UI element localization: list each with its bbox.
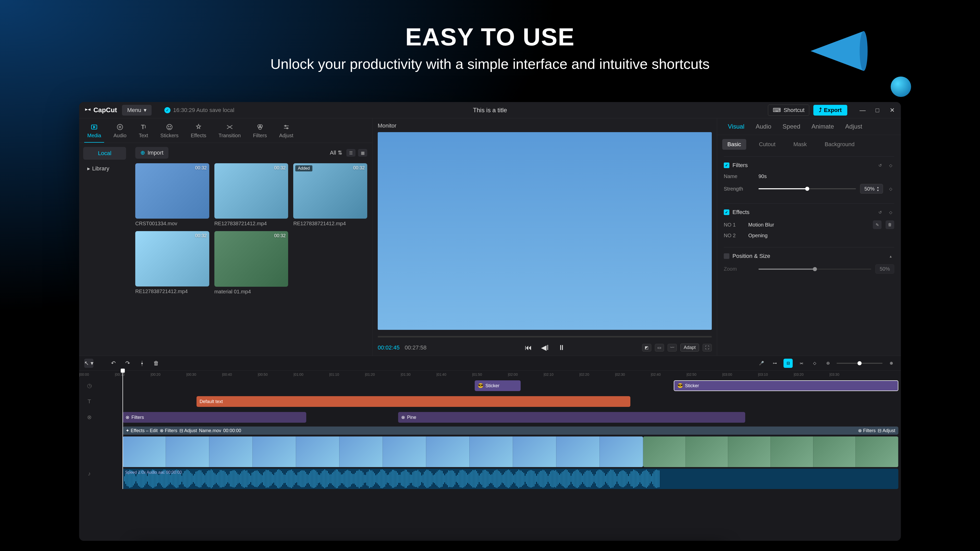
shortcut-button[interactable]: ⌨ Shortcut [768, 105, 809, 116]
marker-button[interactable]: ◇ [810, 359, 819, 368]
section-effects: ✓ Effects ↺ ◇ NO 1 Motion Blur ✎ 🗑 [724, 203, 894, 247]
adapt-button[interactable]: Adapt [680, 344, 699, 351]
filter-clip[interactable]: ⊗ Filters [123, 412, 306, 423]
effects-checkbox[interactable]: ✓ [724, 210, 729, 215]
view-list-button[interactable]: ☰ [346, 149, 355, 157]
filter-track[interactable]: ⊗ ⊗ Filters ⊗ Pine [123, 410, 901, 425]
view-grid-button[interactable]: ▦ [358, 149, 367, 157]
link-button[interactable]: ⊶ [770, 359, 780, 368]
keyframe-icon[interactable]: ◇ [887, 162, 894, 169]
monitor-scrubber[interactable] [378, 333, 712, 341]
edit-effect-button[interactable]: ✎ [873, 221, 881, 229]
delete-button[interactable]: 🗑 [151, 359, 161, 368]
sticker-clip[interactable]: 😎 Sticker [475, 380, 520, 391]
reset-icon[interactable]: ↺ [877, 209, 883, 216]
redo-button[interactable]: ↷ [123, 359, 132, 368]
tab-effects[interactable]: Effects [188, 121, 209, 143]
text-icon: T [84, 396, 94, 407]
media-item[interactable]: 00:32RE127838721412.mp4 [135, 231, 209, 294]
tab-stickers[interactable]: Stickers [157, 121, 181, 143]
delete-effect-button[interactable]: 🗑 [886, 221, 894, 229]
video-header-strip[interactable]: ✦ Effects – Edit ⊗ Filters ⊟ Adjust Name… [123, 427, 898, 435]
subtab-background[interactable]: Background [819, 139, 859, 150]
audio-track[interactable]: ♪ Speed 2.0x Audio.aac 00:00:00 [123, 468, 901, 489]
sidebar-local[interactable]: Local [83, 147, 126, 160]
keyframe-icon[interactable]: ◇ [887, 209, 894, 216]
audio-clip[interactable]: Speed 2.0x Audio.aac 00:00:00 [123, 468, 898, 489]
split-button[interactable]: ⍿ [137, 359, 146, 368]
strength-slider[interactable] [759, 188, 856, 189]
insp-tab-visual[interactable]: Visual [722, 118, 750, 135]
mic-button[interactable]: 🎤 [757, 359, 766, 368]
zoom-out-button[interactable]: ⊖ [823, 359, 832, 368]
scope-button[interactable]: 〰 [668, 344, 677, 351]
tab-adjust[interactable]: Adjust [276, 121, 297, 143]
crop-button[interactable]: ◩ [642, 344, 651, 351]
project-title[interactable]: This is a title [473, 106, 507, 114]
filter-clip[interactable]: ⊗ Pine [398, 412, 745, 423]
sticker-track[interactable]: ◷ 😎 Sticker 😎 Sticker [123, 378, 901, 393]
window-close-button[interactable]: ✕ [889, 106, 896, 114]
zoom-value[interactable]: 50% [875, 264, 894, 274]
step-back-button[interactable]: ◀Ⅰ [541, 343, 549, 352]
collapse-icon[interactable]: ▴ [887, 252, 894, 260]
import-button[interactable]: ⊕ Import [135, 147, 169, 159]
timeline-ruler[interactable]: |00:00|00:10|00:20|00:30|00:40|00:50|01:… [79, 371, 901, 378]
insp-tab-adjust[interactable]: Adjust [840, 118, 868, 135]
magnet-button[interactable]: ⫘ [797, 359, 806, 368]
strength-value[interactable]: 50%▴▾ [860, 184, 883, 194]
tab-media[interactable]: Media [84, 121, 104, 143]
tab-audio[interactable]: Audio [110, 121, 129, 143]
monitor-preview[interactable] [378, 132, 712, 330]
tab-filters[interactable]: Filters [250, 121, 270, 143]
filters-checkbox[interactable]: ✓ [724, 162, 729, 168]
zoom-slider[interactable] [759, 268, 871, 270]
selection-tool[interactable]: ↖ ▾ [84, 359, 94, 368]
media-item[interactable]: 00:32material 01.mp4 [215, 231, 288, 294]
video-track[interactable] [123, 437, 901, 467]
window-maximize-button[interactable]: □ [874, 106, 881, 114]
text-clip[interactable]: Default text [197, 396, 630, 407]
sticker-clip-selected[interactable]: 😎 Sticker [674, 380, 898, 391]
window-minimize-button[interactable]: — [859, 106, 866, 114]
menu-button[interactable]: Menu ▾ [122, 105, 151, 116]
audio-icon [116, 123, 124, 131]
video-clip[interactable] [643, 437, 898, 467]
tab-text[interactable]: TIText [136, 121, 151, 143]
timeline-zoom-slider[interactable] [837, 363, 883, 364]
position-checkbox[interactable]: ✓ [724, 253, 729, 259]
insp-tab-animate[interactable]: Animate [806, 118, 840, 135]
sidebar-library[interactable]: ▸Library [83, 162, 126, 175]
filter-all-dropdown[interactable]: All ⇅ [330, 149, 342, 156]
subtab-cutout[interactable]: Cutout [754, 139, 781, 150]
undo-button[interactable]: ↶ [109, 359, 118, 368]
insp-tab-speed[interactable]: Speed [777, 118, 806, 135]
chevron-right-icon: ▸ [87, 165, 90, 172]
fullscreen-button[interactable]: ⛶ [703, 344, 712, 351]
keyboard-icon: ⌨ [773, 107, 781, 114]
snap-button[interactable]: ⊟ [783, 359, 793, 368]
tab-transition[interactable]: Transition [215, 121, 244, 143]
svg-point-9 [259, 127, 262, 130]
insp-tab-audio[interactable]: Audio [750, 118, 777, 135]
media-item[interactable]: 00:32CRST001334.mov [135, 163, 209, 227]
ratio-button[interactable]: ▭ [655, 344, 664, 351]
zoom-in-button[interactable]: ⊕ [886, 359, 896, 368]
subtab-mask[interactable]: Mask [788, 139, 812, 150]
media-item[interactable]: Added00:32RE127838721412.mp4 [293, 163, 367, 227]
keyframe-icon[interactable]: ◇ [887, 185, 894, 192]
text-track[interactable]: T Default text [123, 394, 901, 409]
pause-button[interactable]: ⏸ [558, 343, 565, 352]
stepper-icon[interactable]: ▴▾ [877, 186, 879, 192]
prev-button[interactable]: ⏮ [525, 343, 532, 352]
subtab-basic[interactable]: Basic [722, 139, 746, 150]
media-item[interactable]: 00:32RE127838721412.mp4 [215, 163, 288, 227]
reset-icon[interactable]: ↺ [877, 162, 883, 169]
video-header-track[interactable]: ✦ Effects – Edit ⊗ Filters ⊟ Adjust Name… [123, 426, 901, 435]
svg-point-10 [285, 125, 286, 127]
export-button[interactable]: ⤴ Export [813, 105, 847, 116]
filters-icon: ⊗ [84, 412, 94, 422]
video-clip[interactable] [123, 437, 643, 467]
playhead[interactable] [123, 371, 123, 489]
timeline-toolbar: ↖ ▾ ↶ ↷ ⍿ 🗑 🎤 ⊶ ⊟ ⫘ ◇ ⊖ ⊕ [79, 356, 901, 371]
